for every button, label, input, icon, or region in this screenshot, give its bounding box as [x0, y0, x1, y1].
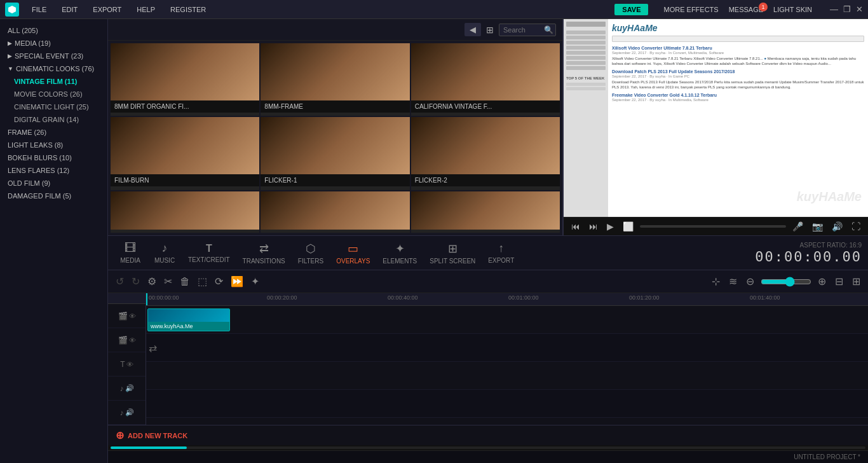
progress-bar[interactable] — [640, 225, 786, 228]
close-button[interactable]: ✕ — [856, 4, 863, 14]
sidebar-item-lens-flares[interactable]: LENS FLARES (12) — [0, 164, 107, 177]
effects-button[interactable]: ✦ — [248, 274, 262, 289]
screenshot-button[interactable]: 📷 — [810, 220, 825, 233]
audio-mix-button[interactable]: ⚙ — [145, 274, 159, 289]
thumb-flicker2[interactable]: FLICKER-2 — [411, 117, 560, 190]
message-button[interactable]: MESSAGE 1 — [729, 6, 763, 13]
undo-button[interactable]: ↺ — [113, 274, 126, 289]
sidebar-item-cinematic-light[interactable]: CINEMATIC LIGHT (25) — [0, 100, 107, 113]
sidebar-item-bokeh[interactable]: BOKEH BLURS (10) — [0, 151, 107, 164]
tool-music[interactable]: ♪ MUSIC — [149, 239, 180, 266]
clip-thumbnail — [148, 309, 229, 322]
tool-elements[interactable]: ✦ ELEMENTS — [377, 239, 422, 267]
waveform-button[interactable]: ≋ — [726, 274, 740, 289]
thumb-partial3[interactable] — [411, 191, 560, 233]
prev-button[interactable]: ⏭ — [587, 220, 600, 233]
speed-button[interactable]: ⏩ — [228, 274, 246, 289]
more-effects-button[interactable]: MORE EFFECTS — [663, 6, 718, 13]
menu-file[interactable]: FILE — [29, 4, 49, 15]
thumb-partial2[interactable] — [261, 191, 409, 233]
sidebar-item-media[interactable]: ▶MEDIA (19) — [0, 37, 107, 50]
back-button[interactable]: ◀ — [465, 23, 481, 36]
search-input[interactable] — [503, 26, 541, 34]
minimize-button[interactable]: — — [830, 4, 838, 14]
preview-browser-sidebar: TOP 5 OF THE WEEK — [564, 19, 608, 217]
sidebar-item-light-leaks[interactable]: LIGHT LEAKS (8) — [0, 139, 107, 151]
menubar: FILE EDIT EXPORT HELP REGISTER SAVE MORE… — [0, 0, 868, 19]
thumb-flicker1[interactable]: FLICKER-1 — [261, 117, 409, 190]
rotate-button[interactable]: ⟳ — [212, 274, 226, 289]
stop-button[interactable]: ⬜ — [620, 220, 636, 233]
track-labels: 🎬 👁 🎬 👁 T 👁 — [108, 293, 146, 425]
snap-button[interactable]: ⊹ — [709, 274, 722, 289]
menu-help[interactable]: HELP — [134, 4, 158, 15]
zoom-out-button[interactable]: ⊖ — [743, 274, 757, 289]
sidebar-item-movie[interactable]: MOVIE COLORS (26) — [0, 88, 107, 100]
menu-register[interactable]: REGISTER — [168, 4, 208, 15]
thumb-8mm-dirt[interactable]: 8MM DIRT ORGANIC FI... — [111, 43, 259, 116]
track-label-video: 🎬 👁 — [108, 304, 146, 328]
sidebar-item-damaged-film[interactable]: DAMAGED FILM (5) — [0, 190, 107, 202]
timeline-ruler: 00:00:00:00 00:00:20:00 00:00:40:00 00:0… — [146, 293, 868, 306]
tool-text[interactable]: T TEXT/CREDIT — [183, 240, 235, 266]
layout-button[interactable]: ⊞ — [850, 274, 863, 289]
sidebar-item-frame[interactable]: FRAME (26) — [0, 126, 107, 139]
thumb-8mm-frame[interactable]: 8MM-FRAME — [261, 43, 409, 116]
bottom-scrollbar[interactable] — [108, 445, 868, 450]
bottom-toolbar: 🎞 MEDIA ♪ MUSIC T TEXT/CREDIT ⇄ TRANSITI… — [108, 235, 868, 270]
sidebar-item-all[interactable]: ALL (205) — [0, 24, 107, 37]
text-track-eye[interactable]: 👁 — [126, 361, 133, 368]
overlay-track-eye[interactable]: 👁 — [129, 336, 136, 344]
sidebar-item-cinematic[interactable]: ▼CINEMATIC LOOKS (76) — [0, 62, 107, 75]
scroll-thumb[interactable] — [111, 446, 187, 449]
transitions-icon: ⇄ — [259, 242, 269, 256]
play-button[interactable]: ▶ — [604, 220, 616, 233]
menu-export[interactable]: EXPORT — [90, 4, 124, 15]
tool-export[interactable]: ↑ EXPORT — [483, 239, 519, 266]
audio2-track-vol[interactable]: 🔊 — [125, 408, 134, 417]
cut-button[interactable]: ✂ — [161, 274, 175, 289]
sidebar-item-digital-grain[interactable]: DIGITAL GRAIN (14) — [0, 113, 107, 126]
maximize-button[interactable]: ❐ — [843, 4, 851, 14]
menu-edit[interactable]: EDIT — [59, 4, 80, 15]
zoom-slider[interactable] — [761, 277, 811, 287]
video-clip[interactable]: www.kuyhAa.Me — [147, 308, 230, 331]
volume-button[interactable]: 🔊 — [829, 220, 845, 233]
move-icon[interactable]: ⇄ — [149, 342, 157, 354]
thumb-label: CALIFORNIA VINTAGE F... — [411, 100, 560, 113]
save-button[interactable]: SAVE — [614, 4, 648, 15]
light-skin-button[interactable]: LIGHT SKIN — [773, 6, 812, 13]
ruler-mark-5: 00:01:40:00 — [750, 294, 780, 301]
thumb-film-burn[interactable]: FILM-BURN — [111, 117, 259, 190]
search-icon: 🔍 — [544, 25, 553, 34]
add-track-button[interactable]: ⊕ ADD NEW TRACK — [108, 425, 868, 445]
delete-button[interactable]: 🗑 — [177, 275, 193, 289]
redo-button[interactable]: ↻ — [129, 274, 142, 289]
filters-icon: ⬡ — [306, 242, 316, 256]
tool-media[interactable]: 🎞 MEDIA — [114, 239, 146, 266]
thumb-calif[interactable]: CALIFORNIA VINTAGE F... — [411, 43, 560, 116]
fit-button[interactable]: ⊟ — [832, 274, 846, 289]
thumb-partial1[interactable] — [111, 191, 259, 233]
tracks-area[interactable]: 00:00:00:00 00:00:20:00 00:00:40:00 00:0… — [146, 293, 868, 425]
tool-transitions[interactable]: ⇄ TRANSITIONS — [238, 239, 290, 267]
tool-split-screen[interactable]: ⊞ SPLIT SCREEN — [424, 239, 480, 267]
crop-button[interactable]: ⬚ — [195, 274, 210, 289]
fullscreen-button[interactable]: ⛶ — [849, 220, 863, 233]
tool-overlays[interactable]: ▭ OVERLAYS — [331, 239, 375, 267]
track-label-audio2: ♪ 🔊 — [108, 401, 146, 425]
thumb-label: FLICKER-1 — [261, 174, 409, 186]
video-track-eye[interactable]: 👁 — [129, 312, 136, 320]
prev-frame-button[interactable]: ⏮ — [569, 220, 583, 233]
sidebar-item-special[interactable]: ▶SPECIAL EVENT (23) — [0, 50, 107, 62]
scroll-track[interactable] — [111, 446, 865, 449]
project-name: UNTITLED PROJECT * — [794, 453, 860, 460]
mic-button[interactable]: 🎤 — [790, 220, 806, 233]
sidebar-item-old-film[interactable]: OLD FILM (9) — [0, 177, 107, 190]
thumb-label: 8MM DIRT ORGANIC FI... — [111, 100, 259, 113]
audio1-track-vol[interactable]: 🔊 — [125, 384, 134, 392]
grid-view-icon[interactable]: ⊞ — [486, 25, 494, 35]
sidebar-item-vintage[interactable]: VINTAGE FILM (11) — [0, 75, 107, 88]
zoom-in-button[interactable]: ⊕ — [815, 274, 829, 289]
tool-filters[interactable]: ⬡ FILTERS — [293, 239, 329, 267]
